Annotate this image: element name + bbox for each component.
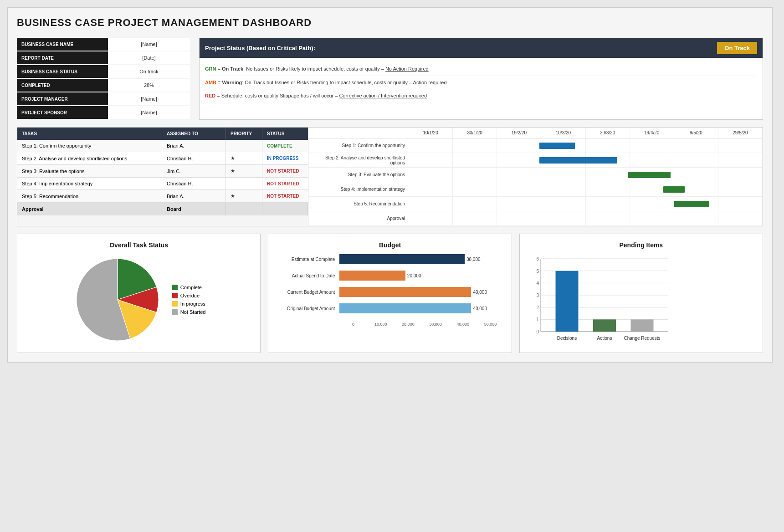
pending-container: Pending Items 0123456DecisionsActionsCha… [519,234,763,353]
status-line-amb: AMB = Warning: On Track but Issues or Ri… [205,76,757,90]
pie-legend: CompleteOverdueIn progressNot Started [172,285,206,315]
gantt-header: 10/1/20 30/1/20 19/2/20 10/3/20 30/3/20 … [308,128,763,138]
task-name-1: Step 1: Confirm the opportunity [17,140,162,152]
budget-value: 20,000 [407,273,421,278]
budget-bar-area: 40,000 [339,287,504,297]
pending-bar [593,319,616,332]
gantt-grid-lines [409,211,763,225]
pending-chart-svg: 0123456DecisionsActionsChange Requests [527,254,755,354]
budget-value: 40,000 [473,290,487,295]
status-line-red: RED = Schedule, costs or quality Slippag… [205,89,757,102]
tasks-container: TASKS ASSIGNED TO PRIORITY STATUS Step 1… [17,127,308,226]
task-assigned-2: Christian H. [162,152,226,164]
budget-bar [339,271,405,281]
gantt-grid-lines [409,168,763,182]
gantt-body: Step 1: Confirm the opportunityStep 2: A… [308,138,763,226]
budget-value: 40,000 [473,306,487,311]
info-value-date: [Date] [108,51,190,64]
info-label-date: REPORT DATE [17,51,108,64]
info-row-status: BUSINESS CASE STATUS On track [17,65,190,78]
info-label-completed: COMPLETED [17,79,108,92]
gantt-row: Approval [308,211,763,226]
budget-title: Budget [276,241,504,249]
info-row-date: REPORT DATE [Date] [17,51,190,64]
project-status-body: GRN = On Track: No Issues or Risks likel… [200,58,763,107]
svg-text:2: 2 [536,305,539,310]
tasks-header: TASKS ASSIGNED TO PRIORITY STATUS [17,128,308,140]
budget-row: Estimate at Complete38,000 [276,254,504,264]
gantt-row: Step 4: Implementation strategy [308,182,763,197]
table-row: Step 3: Evaluate the options Jim C. ★ NO… [17,165,308,178]
approval-value: Board [162,203,226,215]
budget-axis-label: 30,000 [422,322,449,327]
info-row-manager: PROJECT MANAGER [Name] [17,92,190,105]
project-status-title: Project Status (Based on Critical Path): [205,45,315,51]
task-priority-3: ★ [226,165,262,177]
project-status-box: Project Status (Based on Critical Path):… [199,38,763,120]
pie-chart-container: Overall Task Status CompleteOverdueIn pr… [17,234,261,353]
task-assigned-3: Jim C. [162,165,226,177]
task-assigned-4: Christian H. [162,178,226,189]
budget-value: 38,000 [466,257,481,262]
gantt-bar [628,172,671,178]
dashboard: BUSINESS CASE PROJECT MANAGEMENT DASHBOA… [7,7,773,363]
svg-text:4: 4 [536,281,539,286]
budget-axis-label: 50,000 [477,322,504,327]
task-priority-1 [226,140,262,152]
gantt-date-7: 9/5/20 [674,128,718,138]
gantt-row-label: Step 3: Evaluate the options [308,172,409,177]
budget-container: Budget Estimate at Complete38,000Actual … [268,234,512,353]
budget-bars: Estimate at Complete38,000Actual Spend t… [276,254,504,313]
gantt-date-1: 10/1/20 [409,128,453,138]
legend-color-box [172,309,178,315]
info-label-sponsor: PROJECT SPONSOR [17,106,108,119]
budget-row: Actual Spend to Date20,000 [276,271,504,281]
pie-chart-content: CompleteOverdueIn progressNot Started [25,254,253,345]
task-status-3: NOT STARTED [262,165,308,177]
pending-bar [555,271,578,332]
info-label-status: BUSINESS CASE STATUS [17,65,108,78]
task-assigned-5: Brian A. [162,190,226,202]
table-row: Step 5: Recommendation Brian A. ★ NOT ST… [17,190,308,203]
gantt-grid-lines [409,182,763,196]
legend-label: Complete [180,285,202,290]
budget-bar-area: 40,000 [339,303,504,313]
budget-row: Current Budget Amount40,000 [276,287,504,297]
table-row: Step 4: Implementation strategy Christia… [17,178,308,190]
gantt-date-8: 29/5/20 [718,128,763,138]
task-name-2: Step 2: Analyse and develop shortlisted … [17,152,162,164]
col-tasks: TASKS [17,128,162,140]
gantt-row-label: Step 4: Implementation strategy [308,187,409,192]
info-value-completed: 28% [108,79,190,92]
gantt-row-bars [409,138,763,153]
col-status: STATUS [262,128,308,140]
gantt-bar [539,143,575,149]
table-row: Step 1: Confirm the opportunity Brian A.… [17,140,308,152]
legend-label: Overdue [180,293,200,298]
budget-axis-label: 10,000 [367,322,395,327]
task-name-4: Step 4: Implementation strategy [17,178,162,189]
approval-label: Approval [17,203,162,215]
gantt-row: Step 3: Evaluate the options [308,168,763,182]
task-priority-4 [226,178,262,189]
gantt-row-bars [409,197,763,211]
project-status-header: Project Status (Based on Critical Path):… [200,38,763,58]
task-priority-5: ★ [226,190,262,202]
task-status-2: IN PROGRESS [262,152,308,164]
budget-row-label: Actual Spend to Date [276,273,339,278]
dashboard-title: BUSINESS CASE PROJECT MANAGEMENT DASHBOA… [17,17,763,29]
approval-status [262,203,308,215]
info-label-name: BUSINESS CASE NAME [17,38,108,51]
task-name-3: Step 3: Evaluate the options [17,165,162,177]
info-value-status: On track [108,65,190,78]
budget-row-label: Estimate at Complete [276,257,339,262]
svg-text:6: 6 [536,256,539,261]
budget-bar [339,303,471,313]
gantt-row-bars [409,168,763,182]
task-status-1: COMPLETE [262,140,308,152]
legend-color-box [172,285,178,290]
gantt-row-label: Step 2: Analyse and develop shortlisted … [308,155,409,165]
approval-row: Approval Board [17,203,308,215]
gantt-row-label: Step 5: Recommendation [308,201,409,206]
gantt-dates: 10/1/20 30/1/20 19/2/20 10/3/20 30/3/20 … [409,128,763,138]
